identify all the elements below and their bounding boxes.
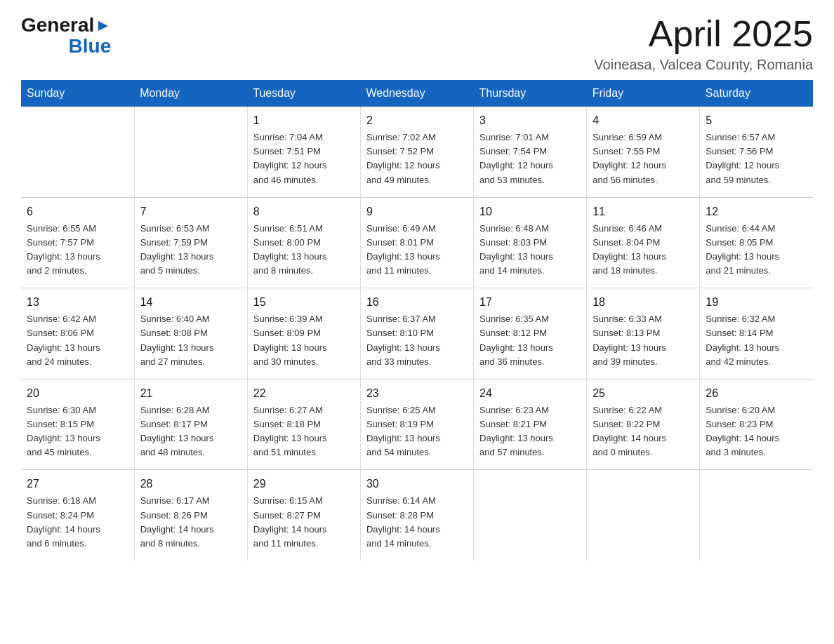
calendar-cell: 18Sunrise: 6:33 AM Sunset: 8:13 PM Dayli… — [587, 288, 700, 380]
day-detail: Sunrise: 6:18 AM Sunset: 8:24 PM Dayligh… — [27, 494, 128, 551]
svg-marker-0 — [98, 21, 108, 31]
calendar-cell: 7Sunrise: 6:53 AM Sunset: 7:59 PM Daylig… — [134, 197, 247, 288]
calendar-cell: 17Sunrise: 6:35 AM Sunset: 8:12 PM Dayli… — [474, 288, 587, 380]
day-detail: Sunrise: 7:04 AM Sunset: 7:51 PM Dayligh… — [253, 130, 355, 187]
day-detail: Sunrise: 6:40 AM Sunset: 8:08 PM Dayligh… — [140, 312, 241, 369]
day-number: 13 — [27, 294, 128, 311]
day-number: 14 — [140, 294, 241, 311]
calendar-table: SundayMondayTuesdayWednesdayThursdayFrid… — [21, 80, 813, 561]
calendar-cell — [21, 107, 134, 197]
calendar-cell: 3Sunrise: 7:01 AM Sunset: 7:54 PM Daylig… — [474, 107, 587, 197]
calendar-cell: 27Sunrise: 6:18 AM Sunset: 8:24 PM Dayli… — [21, 470, 134, 561]
day-detail: Sunrise: 6:39 AM Sunset: 8:09 PM Dayligh… — [253, 312, 355, 369]
day-detail: Sunrise: 7:01 AM Sunset: 7:54 PM Dayligh… — [479, 130, 581, 187]
page-title: April 2025 — [594, 14, 813, 54]
day-detail: Sunrise: 6:42 AM Sunset: 8:06 PM Dayligh… — [27, 312, 128, 369]
calendar-cell — [587, 470, 700, 561]
day-detail: Sunrise: 6:59 AM Sunset: 7:55 PM Dayligh… — [593, 130, 694, 187]
day-detail: Sunrise: 6:46 AM Sunset: 8:04 PM Dayligh… — [593, 222, 694, 279]
day-detail: Sunrise: 6:32 AM Sunset: 8:14 PM Dayligh… — [706, 312, 807, 369]
day-number: 17 — [479, 294, 581, 311]
calendar-cell: 4Sunrise: 6:59 AM Sunset: 7:55 PM Daylig… — [587, 107, 700, 197]
day-number: 15 — [253, 294, 355, 311]
calendar-cell: 30Sunrise: 6:14 AM Sunset: 8:28 PM Dayli… — [360, 470, 473, 561]
day-detail: Sunrise: 6:27 AM Sunset: 8:18 PM Dayligh… — [253, 403, 355, 460]
day-number: 1 — [253, 112, 355, 129]
title-block: April 2025 Voineasa, Valcea County, Roma… — [594, 14, 813, 73]
logo-arrow-icon — [95, 18, 111, 34]
day-number: 26 — [706, 385, 807, 402]
weekday-header-monday: Monday — [134, 80, 247, 107]
day-number: 19 — [706, 294, 807, 311]
calendar-cell: 16Sunrise: 6:37 AM Sunset: 8:10 PM Dayli… — [360, 288, 473, 380]
calendar-cell: 23Sunrise: 6:25 AM Sunset: 8:19 PM Dayli… — [360, 379, 473, 470]
day-number: 20 — [27, 385, 128, 402]
calendar-cell: 12Sunrise: 6:44 AM Sunset: 8:05 PM Dayli… — [700, 197, 813, 288]
calendar-cell: 19Sunrise: 6:32 AM Sunset: 8:14 PM Dayli… — [700, 288, 813, 380]
calendar-cell: 13Sunrise: 6:42 AM Sunset: 8:06 PM Dayli… — [21, 288, 134, 380]
day-number: 28 — [140, 476, 241, 492]
page-header: General Blue April 2025 Voineasa, Valcea… — [21, 14, 813, 73]
day-number: 11 — [593, 203, 694, 220]
calendar-cell: 8Sunrise: 6:51 AM Sunset: 8:00 PM Daylig… — [247, 197, 360, 288]
day-number: 5 — [706, 112, 807, 129]
day-detail: Sunrise: 6:44 AM Sunset: 8:05 PM Dayligh… — [706, 222, 807, 279]
day-detail: Sunrise: 7:02 AM Sunset: 7:52 PM Dayligh… — [366, 130, 468, 187]
day-number: 3 — [479, 112, 581, 129]
calendar-cell: 28Sunrise: 6:17 AM Sunset: 8:26 PM Dayli… — [134, 470, 247, 561]
day-number: 6 — [27, 203, 128, 220]
day-number: 22 — [253, 385, 355, 402]
day-detail: Sunrise: 6:55 AM Sunset: 7:57 PM Dayligh… — [27, 222, 128, 279]
day-detail: Sunrise: 6:15 AM Sunset: 8:27 PM Dayligh… — [253, 494, 355, 551]
weekday-header-friday: Friday — [587, 80, 700, 107]
day-detail: Sunrise: 6:37 AM Sunset: 8:10 PM Dayligh… — [366, 312, 468, 369]
day-detail: Sunrise: 6:48 AM Sunset: 8:03 PM Dayligh… — [479, 222, 581, 279]
calendar-week-row: 13Sunrise: 6:42 AM Sunset: 8:06 PM Dayli… — [21, 288, 813, 380]
calendar-cell — [700, 470, 813, 561]
calendar-cell: 21Sunrise: 6:28 AM Sunset: 8:17 PM Dayli… — [134, 379, 247, 470]
day-number: 30 — [366, 476, 468, 492]
day-number: 21 — [140, 385, 241, 402]
day-detail: Sunrise: 6:14 AM Sunset: 8:28 PM Dayligh… — [366, 494, 468, 551]
calendar-cell: 25Sunrise: 6:22 AM Sunset: 8:22 PM Dayli… — [587, 379, 700, 470]
day-detail: Sunrise: 6:53 AM Sunset: 7:59 PM Dayligh… — [140, 222, 241, 279]
calendar-cell: 6Sunrise: 6:55 AM Sunset: 7:57 PM Daylig… — [21, 197, 134, 288]
day-number: 24 — [479, 385, 581, 402]
weekday-header-sunday: Sunday — [21, 80, 134, 107]
day-detail: Sunrise: 6:35 AM Sunset: 8:12 PM Dayligh… — [479, 312, 581, 369]
weekday-header-tuesday: Tuesday — [247, 80, 360, 107]
calendar-header-row: SundayMondayTuesdayWednesdayThursdayFrid… — [21, 80, 813, 107]
calendar-cell: 10Sunrise: 6:48 AM Sunset: 8:03 PM Dayli… — [474, 197, 587, 288]
day-detail: Sunrise: 6:30 AM Sunset: 8:15 PM Dayligh… — [27, 403, 128, 460]
calendar-cell: 9Sunrise: 6:49 AM Sunset: 8:01 PM Daylig… — [360, 197, 473, 288]
day-number: 10 — [479, 203, 581, 220]
calendar-cell: 22Sunrise: 6:27 AM Sunset: 8:18 PM Dayli… — [247, 379, 360, 470]
day-detail: Sunrise: 6:20 AM Sunset: 8:23 PM Dayligh… — [706, 403, 807, 460]
calendar-cell: 2Sunrise: 7:02 AM Sunset: 7:52 PM Daylig… — [360, 107, 473, 197]
day-detail: Sunrise: 6:28 AM Sunset: 8:17 PM Dayligh… — [140, 403, 241, 460]
day-number: 2 — [366, 112, 468, 129]
logo: General Blue — [21, 14, 111, 58]
day-detail: Sunrise: 6:17 AM Sunset: 8:26 PM Dayligh… — [140, 494, 241, 551]
day-number: 25 — [593, 385, 694, 402]
day-number: 16 — [366, 294, 468, 311]
day-detail: Sunrise: 6:33 AM Sunset: 8:13 PM Dayligh… — [593, 312, 694, 369]
calendar-week-row: 1Sunrise: 7:04 AM Sunset: 7:51 PM Daylig… — [21, 107, 813, 197]
calendar-cell: 5Sunrise: 6:57 AM Sunset: 7:56 PM Daylig… — [700, 107, 813, 197]
calendar-cell: 14Sunrise: 6:40 AM Sunset: 8:08 PM Dayli… — [134, 288, 247, 380]
calendar-week-row: 6Sunrise: 6:55 AM Sunset: 7:57 PM Daylig… — [21, 197, 813, 288]
calendar-cell: 20Sunrise: 6:30 AM Sunset: 8:15 PM Dayli… — [21, 379, 134, 470]
day-number: 23 — [366, 385, 468, 402]
calendar-cell: 29Sunrise: 6:15 AM Sunset: 8:27 PM Dayli… — [247, 470, 360, 561]
day-number: 9 — [366, 203, 468, 220]
calendar-week-row: 27Sunrise: 6:18 AM Sunset: 8:24 PM Dayli… — [21, 470, 813, 561]
calendar-cell: 24Sunrise: 6:23 AM Sunset: 8:21 PM Dayli… — [474, 379, 587, 470]
page-subtitle: Voineasa, Valcea County, Romania — [594, 57, 813, 73]
day-detail: Sunrise: 6:49 AM Sunset: 8:01 PM Dayligh… — [366, 222, 468, 279]
day-detail: Sunrise: 6:22 AM Sunset: 8:22 PM Dayligh… — [593, 403, 694, 460]
day-detail: Sunrise: 6:51 AM Sunset: 8:00 PM Dayligh… — [253, 222, 355, 279]
weekday-header-thursday: Thursday — [474, 80, 587, 107]
day-detail: Sunrise: 6:23 AM Sunset: 8:21 PM Dayligh… — [479, 403, 581, 460]
logo-general-text: General — [21, 14, 94, 36]
weekday-header-wednesday: Wednesday — [360, 80, 473, 107]
